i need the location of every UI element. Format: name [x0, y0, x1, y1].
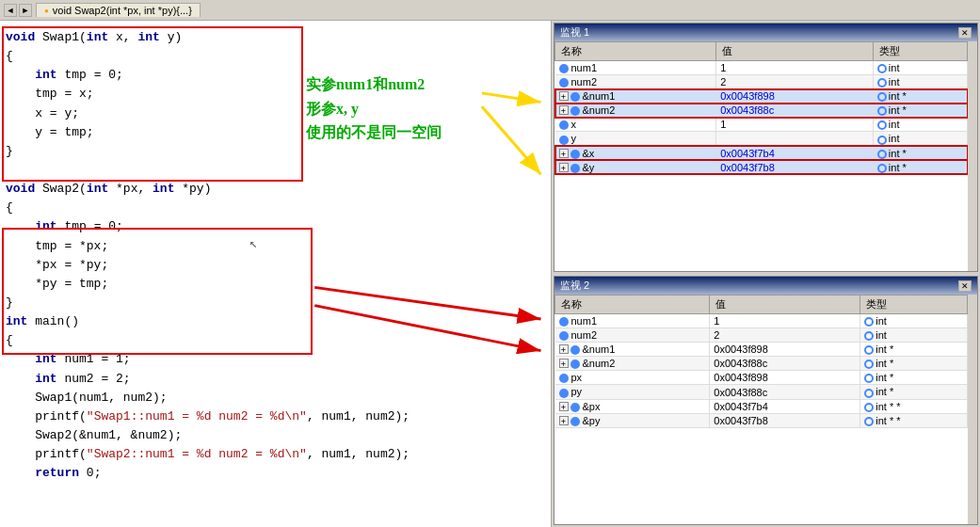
row-type-cell: int	[873, 61, 967, 75]
watch-2-title: 监视 2	[560, 279, 589, 293]
row-name-cell: y	[555, 132, 716, 146]
variable-icon	[570, 417, 580, 426]
row-name-cell: num1	[555, 61, 716, 75]
row-type-cell: int * *	[860, 399, 968, 413]
row-name-cell: +&x	[555, 146, 716, 160]
row-value-cell: 0x0043f7b8	[710, 413, 860, 427]
type-icon	[864, 359, 874, 369]
variable-icon	[559, 64, 569, 73]
expand-button[interactable]: +	[559, 149, 569, 158]
right-panel: 监视 1 ✕ 名称 值 类型 num11intnum22i	[552, 21, 980, 527]
title-bar: ◄ ► ● void Swap2(int *px, int *py){...}	[0, 0, 980, 21]
type-icon	[877, 136, 887, 145]
annotation-text: 实参num1和num2 形参x, y 使用的不是同一空间	[306, 72, 442, 145]
watch-2-scrollbar[interactable]	[968, 295, 977, 524]
watch-1-col-type: 类型	[873, 42, 967, 61]
variable-icon	[570, 92, 580, 102]
watch-1-table[interactable]: 名称 值 类型 num11intnum22int+&num10x0043f898…	[554, 41, 968, 271]
code-line-14: *py = tmp;	[6, 275, 545, 294]
row-value-cell: 0x0043f7b4	[716, 146, 874, 160]
code-tab[interactable]: ● void Swap2(int *px, int *py){...}	[36, 3, 201, 17]
watch-1-col-name: 名称	[555, 42, 716, 61]
table-row: px0x0043f898int *	[555, 371, 968, 385]
watch-2-table-wrapper: 名称 值 类型 num11intnum22int+&num10x0043f898…	[554, 295, 977, 524]
variable-icon	[570, 345, 580, 355]
watch-2-col-name: 名称	[555, 295, 710, 314]
table-row: +&num20x0043f88cint *	[555, 357, 968, 371]
row-name-cell: num2	[555, 75, 716, 89]
watch-2-col-type: 类型	[860, 295, 968, 314]
variable-icon	[570, 106, 580, 116]
nav-back-button[interactable]: ◄	[4, 4, 17, 17]
table-row: py0x0043f88cint *	[555, 385, 968, 399]
expand-button[interactable]: +	[559, 402, 569, 411]
row-value-cell: 0x0043f88c	[710, 357, 860, 371]
watch-2-close-button[interactable]: ✕	[958, 280, 972, 292]
variable-icon	[559, 78, 569, 88]
type-icon	[877, 64, 887, 73]
expand-button[interactable]: +	[559, 416, 569, 425]
code-panel: 实参num1和num2 形参x, y 使用的不是同一空间 ↖	[0, 21, 552, 527]
variable-icon	[559, 389, 569, 398]
row-type-cell: int *	[860, 385, 968, 399]
expand-button[interactable]: +	[559, 344, 569, 354]
table-row: +&y0x0043f7b8int *	[555, 160, 968, 174]
expand-button[interactable]: +	[559, 91, 569, 101]
row-type-cell: int	[860, 328, 968, 343]
code-line-20: Swap1(num1, num2);	[6, 389, 545, 407]
table-row: x1int	[555, 118, 968, 132]
watch-1-data-table: 名称 值 类型 num11intnum22int+&num10x0043f898…	[554, 41, 968, 175]
row-type-cell: int *	[873, 160, 967, 174]
cursor-indicator: ↖	[249, 235, 257, 251]
row-value-cell: 0x0043f7b8	[716, 160, 874, 174]
watch-window-1: 监视 1 ✕ 名称 值 类型 num11intnum22i	[554, 23, 978, 272]
type-icon	[864, 345, 874, 355]
nav-buttons[interactable]: ◄ ►	[4, 4, 32, 17]
code-line-2: {	[6, 47, 545, 66]
code-line-16: int main()	[6, 312, 545, 331]
type-icon	[877, 92, 887, 102]
row-value-cell: 1	[716, 61, 874, 75]
code-line-11: int tmp = 0;	[6, 217, 545, 236]
code-line-5: x = y;	[6, 104, 545, 123]
row-name-cell: +&px	[555, 399, 710, 413]
type-icon	[864, 389, 874, 398]
code-content[interactable]: void Swap1(int x, int y) { int tmp = 0; …	[0, 21, 551, 527]
row-value-cell: 1	[716, 118, 874, 132]
row-type-cell: int *	[860, 357, 968, 371]
row-value-cell: 2	[710, 328, 860, 343]
row-type-cell: int *	[873, 89, 967, 104]
row-value-cell: 0x0043f88c	[710, 385, 860, 399]
type-icon	[864, 317, 874, 327]
row-value-cell: 0x0043f88c	[716, 104, 874, 118]
code-line-8	[6, 161, 545, 180]
row-name-cell: px	[555, 371, 710, 385]
type-icon	[877, 120, 887, 130]
code-line-3: int tmp = 0;	[6, 66, 545, 85]
watch-1-header-row: 名称 值 类型	[555, 42, 968, 61]
expand-button[interactable]: +	[559, 163, 569, 172]
table-row: num22int	[555, 75, 968, 89]
watch-1-title: 监视 1	[560, 25, 589, 40]
expand-button[interactable]: +	[559, 105, 569, 115]
code-line-24: return 0;	[6, 464, 545, 483]
row-type-cell: int * *	[860, 413, 968, 427]
type-icon	[864, 403, 874, 412]
annotation-line1: 实参num1和num2	[306, 72, 442, 97]
watch-2-table[interactable]: 名称 值 类型 num11intnum22int+&num10x0043f898…	[554, 295, 968, 524]
expand-button[interactable]: +	[559, 359, 569, 368]
annotation-line2: 形参x, y	[306, 97, 442, 121]
table-row: +&py0x0043f7b8int * *	[555, 413, 968, 427]
watch-1-scrollbar[interactable]	[968, 41, 977, 271]
table-row: +&num10x0043f898int *	[555, 89, 968, 104]
code-line-4: tmp = x;	[6, 85, 545, 104]
row-value-cell: 0x0043f898	[710, 343, 860, 357]
nav-forward-button[interactable]: ►	[19, 4, 32, 17]
watch-1-close-button[interactable]: ✕	[958, 27, 972, 39]
row-value-cell: 2	[716, 75, 874, 89]
variable-icon	[559, 331, 569, 341]
row-name-cell: x	[555, 118, 716, 132]
table-row: +&num20x0043f88cint *	[555, 104, 968, 118]
code-line-13: *px = *py;	[6, 256, 545, 275]
row-type-cell: int	[873, 75, 967, 89]
